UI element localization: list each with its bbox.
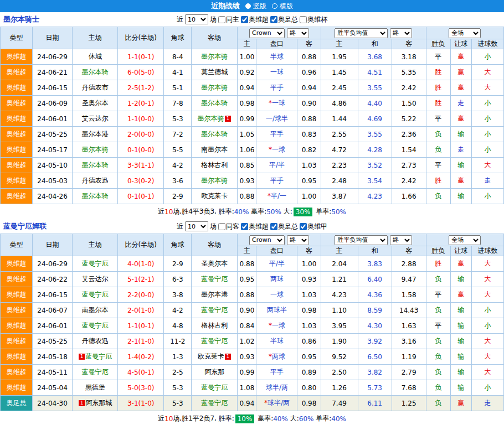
away-team-cell: 墨尔本骑 [192, 49, 238, 65]
team-name[interactable]: 蓝曼宁厄 [201, 399, 228, 407]
asia-odds-state-select[interactable]: 终 [287, 235, 309, 245]
europe-draw-odds-cell: 4.51 [358, 65, 392, 80]
team-name[interactable]: 蓝曼宁厄 [82, 322, 109, 329]
corner-cell: 7-8 [164, 96, 192, 111]
scope-select[interactable]: 全场 [449, 235, 481, 245]
team-name[interactable]: 南墨尔本 [82, 306, 109, 314]
team-name[interactable]: 墨尔本港 [201, 291, 228, 298]
team-name[interactable]: 蓝曼宁厄 [201, 306, 228, 314]
team-name[interactable]: 莫兰德城 [201, 68, 228, 76]
handicap-cell: 一球 [256, 65, 297, 80]
team-name[interactable]: 丹德农迅 [82, 177, 109, 184]
team-name[interactable]: 艾云达尔 [82, 275, 109, 283]
checkbox-label: 奥维杯 [307, 15, 327, 24]
layout-option-vertical[interactable]: 竖版 [245, 2, 266, 11]
filter-league-3[interactable]: 奥维杯 [300, 15, 327, 24]
team-name[interactable]: 圣奥尔本 [82, 99, 109, 107]
filter-league-2[interactable]: 奥足总 [270, 15, 298, 24]
team-name[interactable]: 南墨尔本 [201, 146, 228, 153]
corner-cell: 4-2 [164, 158, 192, 173]
team-name[interactable]: 墨尔本骑 [82, 161, 109, 169]
asia-away-odds-cell: 0.95 [297, 349, 321, 365]
date-cell: 24-06-01 [33, 111, 73, 127]
team-name[interactable]: 圣奥尔本 [201, 260, 228, 267]
europe-home-odds-cell: 3.87 [321, 189, 358, 204]
league-1-checkbox[interactable] [241, 16, 248, 23]
team-name[interactable]: 蓝曼宁厄 [82, 260, 109, 267]
team-name[interactable]: 墨尔本骑 [201, 99, 228, 107]
odds-company-select[interactable]: Crown [249, 28, 285, 38]
europe-draw-odds-cell: 3.83 [358, 256, 392, 272]
team-name[interactable]: 阿东那 [204, 368, 224, 376]
team-name[interactable]: 艾云达尔 [82, 115, 109, 122]
team-name[interactable]: 蓝曼宁厄 [82, 291, 109, 298]
team-name[interactable]: 黑德堡 [85, 383, 105, 391]
europe-draw-odds-cell: 3.54 [358, 173, 392, 189]
team-name[interactable]: 蓝曼宁厄 [201, 383, 228, 391]
radio-horizontal-icon[interactable] [272, 3, 277, 9]
odds-company-select[interactable]: Crown [249, 235, 285, 245]
team-name[interactable]: 阿东那城 [85, 399, 112, 407]
recent-count-select[interactable]: 10 [185, 14, 208, 24]
col-corner: 角球 [164, 234, 192, 256]
date-cell: 24-05-18 [33, 349, 73, 365]
recent-count-select[interactable]: 10 [185, 221, 208, 231]
europe-odds-select[interactable]: 胜平负均值 [335, 235, 388, 245]
league-3-checkbox[interactable] [300, 16, 307, 23]
filter-same-home[interactable]: 同主 [218, 15, 239, 24]
europe-odds-state-select[interactable]: 终 [390, 235, 412, 245]
filter-league-2[interactable]: 奥足总 [270, 222, 298, 231]
score-cell: 1-1(0-1) [118, 49, 164, 65]
filter-league-1[interactable]: 奥维超 [241, 15, 269, 24]
europe-odds-select[interactable]: 胜平负均值 [335, 28, 388, 38]
team-name[interactable]: 墨尔本骑 [201, 84, 228, 91]
team-name[interactable]: 墨尔本港 [82, 130, 109, 138]
league-2-checkbox[interactable] [270, 16, 277, 23]
summary-bar: 近10场,胜4平3负3, 胜率:40% 赢率:50% 大:30% 单率:50% [0, 204, 504, 219]
team-name[interactable]: 墨尔本骑 [201, 53, 228, 60]
asia-odds-state-select[interactable]: 终 [287, 28, 309, 38]
away-team-cell: 阿东那 [192, 365, 238, 380]
team-name[interactable]: 丹德农迅 [82, 337, 109, 345]
team-name[interactable]: 墨尔本骑 [198, 115, 224, 122]
filter-same-away[interactable]: 同客 [218, 222, 239, 231]
team-name[interactable]: 蓝曼宁厄 [201, 275, 228, 283]
footer-stat: 40% [331, 415, 346, 423]
scope-select[interactable]: 全场 [449, 28, 481, 38]
col-asia-home: 主 [238, 39, 256, 49]
team-name[interactable]: 蓝曼宁厄 [85, 353, 112, 360]
team-name[interactable]: 欧克莱卡 [201, 192, 228, 200]
team-name[interactable]: 蓝曼宁厄 [82, 368, 109, 376]
europe-draw-odds-cell: 4.36 [358, 287, 392, 303]
team-name[interactable]: 墨尔本骑 [201, 130, 228, 138]
home-team-cell: 黑德堡 [73, 380, 118, 396]
radio-vertical-icon[interactable] [245, 3, 251, 9]
away-team-cell: 墨尔本骑 [192, 127, 238, 142]
team-name[interactable]: 墨尔本骑 [82, 68, 109, 76]
handicap-result-cell: 走 [450, 96, 471, 111]
layout-option-horizontal[interactable]: 横版 [272, 2, 293, 11]
team-name[interactable]: 墨尔本骑 [201, 177, 228, 184]
team-name[interactable]: 休城 [89, 53, 102, 60]
home-team-cell: 1阿东那城 [73, 396, 118, 411]
team-name[interactable]: 丹德农市 [82, 84, 109, 91]
filter-league-1[interactable]: 奥维超 [241, 222, 269, 231]
team-name[interactable]: 墨尔本骑 [82, 192, 109, 200]
result-cell: 胜 [426, 80, 450, 96]
asia-home-odds-cell: 1.05 [238, 127, 256, 142]
corner-cell: 8-4 [164, 49, 192, 65]
team-name[interactable]: 墨尔本骑 [82, 146, 109, 153]
team-name[interactable]: 欧克莱卡 [198, 353, 224, 360]
handicap-result-cell: 输 [450, 272, 471, 287]
europe-odds-state-select[interactable]: 终 [390, 28, 412, 38]
europe-home-odds-cell: 2.04 [321, 256, 358, 272]
filter-league-3[interactable]: 奥维甲 [300, 222, 327, 231]
league-1-checkbox[interactable] [241, 223, 248, 230]
league-3-checkbox[interactable] [300, 223, 307, 230]
team-name[interactable]: 蓝曼宁厄 [201, 337, 228, 345]
league-2-checkbox[interactable] [270, 223, 277, 230]
team-name[interactable]: 格林古利 [201, 161, 228, 169]
team-name[interactable]: 格林古利 [201, 322, 228, 329]
same-away-checkbox[interactable] [218, 223, 225, 230]
same-home-checkbox[interactable] [218, 16, 225, 23]
